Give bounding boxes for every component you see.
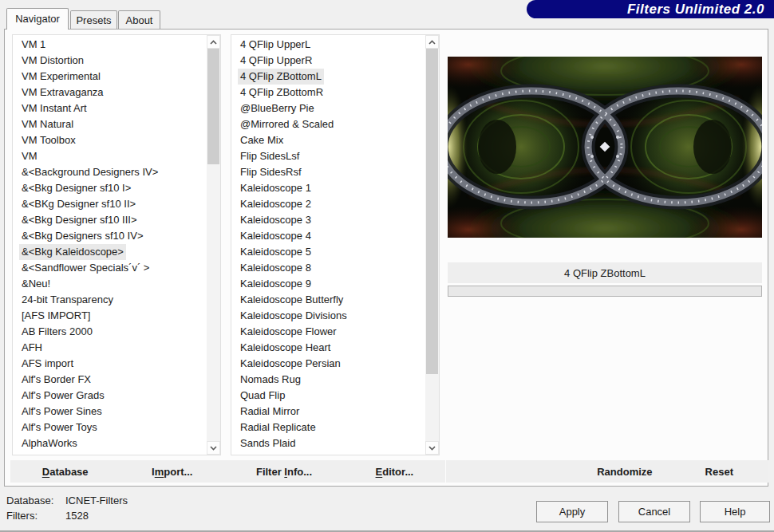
database-value: ICNET-Filters (65, 495, 128, 506)
list-item[interactable]: Kaleidoscope 5 (231, 244, 425, 260)
import-button[interactable]: Import... (152, 466, 192, 478)
list-item[interactable]: 24-bit Transparency (13, 292, 207, 308)
preview-toolbar: Randomize Reset (446, 460, 768, 483)
title-banner: Filters Unlimited 2.0 (527, 0, 774, 18)
list-item[interactable]: Kaleidoscope 4 (231, 228, 425, 244)
list-item[interactable]: Kaleidoscope 9 (231, 276, 425, 292)
filters-unlimited-dialog: Filters Unlimited 2.0 Navigator Presets … (0, 0, 774, 532)
scrollbar-thumb[interactable] (207, 49, 219, 164)
list-item[interactable]: @BlueBerry Pie (231, 100, 425, 116)
list-item[interactable]: Sands Plaid (231, 435, 425, 451)
editor-button[interactable]: Editor... (376, 466, 414, 478)
list-item[interactable]: AlphaWorks (13, 435, 207, 451)
list-item[interactable]: Radial Replicate (231, 420, 425, 435)
database-label: Database: (6, 493, 65, 508)
list-item[interactable]: Kaleidoscope Butterfly (231, 292, 425, 308)
filter-listbox[interactable]: 4 QFlip UpperL4 QFlip UpperR4 QFlip ZBot… (231, 34, 440, 455)
list-item[interactable]: &<Background Designers IV> (13, 164, 207, 180)
app-title: Filters Unlimited 2.0 (627, 2, 764, 18)
list-item[interactable]: VM Instant Art (13, 100, 207, 116)
status-database-row: Database:ICNET-Filters (6, 493, 128, 508)
scroll-down-button[interactable] (207, 441, 220, 455)
list-item[interactable]: Alf's Power Toys (13, 420, 207, 435)
chevron-down-icon (210, 446, 217, 451)
list-item[interactable]: &<Sandflower Specials´v´ > (13, 260, 207, 276)
list-item[interactable]: Flip SidesLsf (231, 148, 425, 164)
list-item[interactable]: Nomads Rug (231, 372, 425, 388)
list-item[interactable]: VM 1 (13, 37, 207, 53)
list-item[interactable]: Alf's Power Sines (13, 404, 207, 420)
tab-about[interactable]: About (118, 10, 160, 30)
preview-panel (448, 57, 762, 238)
list-item[interactable]: VM Natural (13, 116, 207, 132)
apply-button[interactable]: Apply (536, 501, 608, 522)
progress-bar (448, 286, 762, 297)
list-item[interactable]: 4 QFlip ZBottomL (231, 69, 425, 85)
list-item[interactable]: 4 QFlip UpperR (231, 53, 425, 69)
list-item[interactable]: VM Toolbox (13, 132, 207, 148)
tab-navigator[interactable]: Navigator (6, 8, 69, 30)
list-item[interactable]: Kaleidoscope Persian (231, 356, 425, 372)
list-item[interactable]: Kaleidoscope 1 (231, 180, 425, 196)
list-item[interactable]: Swirl Away (231, 451, 425, 455)
cancel-button[interactable]: Cancel (618, 501, 690, 522)
list-item[interactable]: 4 QFlip ZBottomR (231, 85, 425, 100)
database-button[interactable]: Database (42, 466, 89, 478)
list-item[interactable]: &Neu! (13, 276, 207, 292)
filters-value: 1528 (65, 510, 89, 522)
chevron-down-icon (428, 446, 436, 451)
category-scrollbar[interactable] (207, 35, 220, 455)
filters-label: Filters: (6, 508, 65, 523)
tab-presets[interactable]: Presets (70, 10, 117, 30)
category-list: VM 1VM DistortionVM ExperimentalVM Extra… (13, 37, 207, 455)
chevron-up-icon (428, 40, 436, 45)
list-item[interactable]: Radial Mirror (231, 404, 425, 420)
scroll-up-button[interactable] (207, 35, 220, 49)
status-filters-row: Filters:1528 (6, 508, 128, 523)
navigator-page: VM 1VM DistortionVM ExperimentalVM Extra… (4, 29, 768, 487)
list-item[interactable]: Alf's Power Grads (13, 388, 207, 404)
reset-button[interactable]: Reset (705, 466, 733, 478)
filter-scrollbar[interactable] (425, 35, 439, 455)
list-item[interactable]: &<Bkg Designer sf10 III> (13, 212, 207, 228)
list-item[interactable]: &<Bkg Kaleidoscope> (13, 244, 207, 260)
chevron-up-icon (210, 40, 217, 45)
list-item[interactable]: Kaleidoscope 2 (231, 196, 425, 212)
list-item[interactable]: Quad Flip (231, 388, 425, 404)
scroll-up-button[interactable] (425, 35, 439, 49)
list-item[interactable]: &<BKg Designer sf10 II> (13, 196, 207, 212)
list-item[interactable]: Kaleidoscope Divisions (231, 308, 425, 324)
list-item[interactable]: VM Extravaganza (13, 85, 207, 100)
list-item[interactable]: VM Experimental (13, 69, 207, 85)
status-area: Database:ICNET-Filters Filters:1528 (6, 493, 128, 523)
list-item[interactable]: @Mirrored & Scaled (231, 116, 425, 132)
filter-info-button[interactable]: Filter Info... (256, 466, 312, 478)
category-listbox[interactable]: VM 1VM DistortionVM ExperimentalVM Extra… (12, 34, 221, 455)
list-item[interactable]: Kaleidoscope Flower (231, 324, 425, 340)
list-item[interactable]: Kaleidoscope 3 (231, 212, 425, 228)
selected-filter-name: 4 QFlip ZBottomL (564, 267, 646, 279)
list-item[interactable]: VM (13, 148, 207, 164)
database-toolbar: Database Import... Filter Info... Editor… (10, 460, 445, 483)
list-item[interactable]: AFH (13, 340, 207, 356)
list-item[interactable]: AFS import (13, 356, 207, 372)
list-item[interactable]: &<Bkg Designer sf10 I> (13, 180, 207, 196)
preview-image (448, 57, 762, 238)
list-item[interactable]: AB Filters 2000 (13, 324, 207, 340)
scroll-down-button[interactable] (425, 441, 439, 455)
help-button[interactable]: Help (700, 501, 770, 522)
list-item[interactable]: Kaleidoscope 8 (231, 260, 425, 276)
list-item[interactable]: Alf's Border FX (13, 372, 207, 388)
list-item[interactable]: Kaleidoscope Heart (231, 340, 425, 356)
selected-filter-caption-bar: 4 QFlip ZBottomL (448, 262, 762, 283)
list-item[interactable]: 4 QFlip UpperL (231, 37, 425, 53)
list-item[interactable]: &<Bkg Designers sf10 IV> (13, 228, 207, 244)
list-item[interactable]: Cake Mix (231, 132, 425, 148)
list-item[interactable]: VM Distortion (13, 53, 207, 69)
scrollbar-thumb[interactable] (426, 49, 438, 374)
list-item[interactable]: Flip SidesRsf (231, 164, 425, 180)
randomize-button[interactable]: Randomize (597, 466, 652, 478)
list-item[interactable]: Andrew's Filter Collection 55 (13, 451, 207, 455)
filter-list: 4 QFlip UpperL4 QFlip UpperR4 QFlip ZBot… (231, 37, 425, 455)
list-item[interactable]: [AFS IMPORT] (13, 308, 207, 324)
